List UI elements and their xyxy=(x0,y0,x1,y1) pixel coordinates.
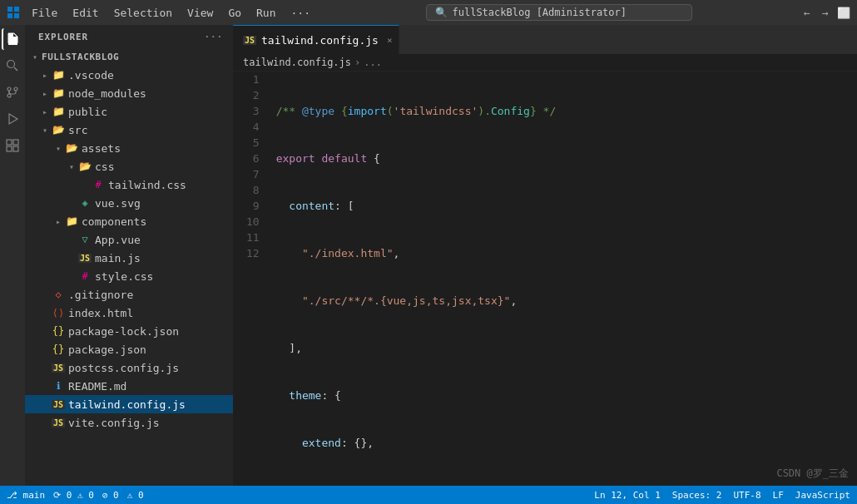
public-arrow xyxy=(38,107,52,116)
sidebar-more-icon[interactable]: ··· xyxy=(204,32,223,42)
sidebar-item-postcss[interactable]: JS postcss.config.js xyxy=(25,358,233,377)
public-label: public xyxy=(68,106,107,118)
folder-icon-node-modules: 📁 xyxy=(52,87,65,99)
tailwind-config-label: tailwind.config.js xyxy=(68,398,186,411)
tailwind-css-label: tailwind.css xyxy=(108,179,186,191)
status-line-ending[interactable]: LF xyxy=(773,490,784,501)
folder-icon-assets: 📂 xyxy=(65,142,78,154)
menu-go[interactable]: Go xyxy=(221,5,248,21)
code-line-5: "./src/**/*.{vue,js,ts,jsx,tsx}", xyxy=(276,293,850,309)
code-line-7: theme: { xyxy=(276,388,850,403)
css-icon-stylecss: # xyxy=(78,270,92,282)
readme-label: README.md xyxy=(68,380,126,393)
sidebar-item-app-vue[interactable]: ▽ App.vue xyxy=(25,230,233,249)
svg-rect-16 xyxy=(7,146,12,151)
status-language[interactable]: JavaScript xyxy=(795,490,850,501)
tab-bar: JS tailwind.config.js × xyxy=(233,25,857,54)
code-line-2: export default { xyxy=(276,151,850,166)
sidebar-item-vue-svg[interactable]: ◈ vue.svg xyxy=(25,194,233,212)
sidebar-item-css-folder[interactable]: 📂 css xyxy=(25,157,233,175)
sidebar-item-public[interactable]: 📁 public xyxy=(25,102,233,121)
tab-label: tailwind.config.js xyxy=(261,34,379,47)
vue-icon-appvue: ▽ xyxy=(78,234,92,245)
sidebar-item-assets[interactable]: 📂 assets xyxy=(25,139,233,157)
code-line-4: "./index.html", xyxy=(276,245,850,261)
svg-rect-0 xyxy=(7,7,12,12)
activity-bar xyxy=(0,25,25,486)
global-search-box[interactable]: 🔍 fullStackBlog [Administrator] xyxy=(426,4,692,21)
activity-source-control[interactable] xyxy=(2,82,23,103)
status-spaces[interactable]: Spaces: 2 xyxy=(672,490,722,501)
code-editor[interactable]: /** @type {import('tailwindcss').Config}… xyxy=(270,72,857,486)
components-arrow xyxy=(52,217,65,226)
menu-edit[interactable]: Edit xyxy=(66,5,105,21)
sidebar-item-readme[interactable]: ℹ README.md xyxy=(25,377,233,395)
svg-line-8 xyxy=(14,67,17,71)
activity-search[interactable] xyxy=(2,55,23,77)
status-sync[interactable]: ⟳ 0 ⚠ 0 xyxy=(53,490,94,501)
vscode-arrow xyxy=(38,71,52,80)
sidebar-item-tailwind-css[interactable]: # tailwind.css xyxy=(25,175,233,194)
sidebar-item-package-lock[interactable]: {} package-lock.json xyxy=(25,322,233,340)
package-lock-label: package-lock.json xyxy=(68,325,179,338)
status-errors[interactable]: ⊘ 0 xyxy=(102,490,119,501)
sidebar-item-src[interactable]: 📂 src xyxy=(25,121,233,139)
css-arrow xyxy=(65,162,78,171)
editor-content[interactable]: 12345 678910 1112 /** @type {import('tai… xyxy=(233,72,857,486)
sidebar-item-components[interactable]: 📁 components xyxy=(25,212,233,230)
sidebar-item-package-json[interactable]: {} package.json xyxy=(25,340,233,358)
sidebar-item-style-css[interactable]: # style.css xyxy=(25,267,233,285)
menu-more[interactable]: ··· xyxy=(285,5,317,21)
sidebar-item-vite-config[interactable]: JS vite.config.js xyxy=(25,413,233,432)
sidebar-item-main-js[interactable]: JS main.js xyxy=(25,249,233,267)
code-line-8: extend: {}, xyxy=(276,435,850,451)
status-left: ⎇ main ⟳ 0 ⚠ 0 ⊘ 0 ⚠ 0 xyxy=(7,490,144,501)
html-icon: ⟨⟩ xyxy=(52,307,65,319)
folder-icon-public: 📁 xyxy=(52,106,65,117)
index-html-label: index.html xyxy=(68,307,133,319)
breadcrumb-separator: › xyxy=(354,57,360,68)
menu-file[interactable]: File xyxy=(25,5,64,21)
js-icon-postcss: JS xyxy=(52,362,65,373)
folder-icon-vscode: 📁 xyxy=(52,69,65,81)
tab-js-icon: JS xyxy=(243,34,256,46)
status-position[interactable]: Ln 12, Col 1 xyxy=(594,490,660,501)
folder-icon-components: 📁 xyxy=(65,215,78,227)
menu-selection[interactable]: Selection xyxy=(107,5,179,21)
status-warnings[interactable]: ⚠ 0 xyxy=(127,490,144,501)
nav-forward-button[interactable]: → xyxy=(819,6,832,19)
sidebar-item-vscode[interactable]: 📁 .vscode xyxy=(25,66,233,84)
tab-tailwind-config[interactable]: JS tailwind.config.js × xyxy=(233,25,399,54)
sidebar-item-index-html[interactable]: ⟨⟩ index.html xyxy=(25,304,233,322)
activity-run-debug[interactable] xyxy=(2,108,23,130)
svg-rect-4 xyxy=(10,38,16,39)
info-icon-readme: ℹ xyxy=(52,380,65,392)
activity-explorer[interactable] xyxy=(2,28,23,50)
folder-icon-src: 📂 xyxy=(52,124,65,136)
sidebar-item-gitignore[interactable]: ◇ .gitignore xyxy=(25,285,233,304)
svg-rect-15 xyxy=(13,140,18,145)
status-encoding[interactable]: UTF-8 xyxy=(733,490,760,501)
code-line-6: ], xyxy=(276,340,850,356)
components-label: components xyxy=(82,215,146,228)
package-json-label: package.json xyxy=(68,343,146,356)
search-text: fullStackBlog [Administrator] xyxy=(453,7,627,18)
tab-close-button[interactable]: × xyxy=(387,35,393,46)
nav-back-button[interactable]: ← xyxy=(800,6,814,19)
menu-run[interactable]: Run xyxy=(250,5,282,21)
sidebar-item-tailwind-config[interactable]: JS tailwind.config.js xyxy=(25,395,233,413)
activity-extensions[interactable] xyxy=(2,135,23,156)
main-layout: EXPLORER ··· FULLSTACKBLOG 📁 .vscode xyxy=(0,25,857,486)
split-editor-icon[interactable]: ⬜ xyxy=(837,6,850,19)
sidebar-item-node-modules[interactable]: 📁 node_modules xyxy=(25,84,233,102)
folder-icon-css: 📂 xyxy=(78,161,92,172)
node-modules-label: node_modules xyxy=(68,87,146,100)
tree-item-root[interactable]: FULLSTACKBLOG xyxy=(25,47,233,66)
js-icon-mainjs: JS xyxy=(78,252,92,264)
menu-view[interactable]: View xyxy=(181,5,220,21)
status-bar: ⎇ main ⟳ 0 ⚠ 0 ⊘ 0 ⚠ 0 Ln 12, Col 1 Spac… xyxy=(0,486,857,504)
postcss-label: postcss.config.js xyxy=(68,362,179,374)
status-branch[interactable]: ⎇ main xyxy=(7,490,45,501)
svg-marker-13 xyxy=(9,114,17,124)
app-vue-label: App.vue xyxy=(95,234,141,246)
